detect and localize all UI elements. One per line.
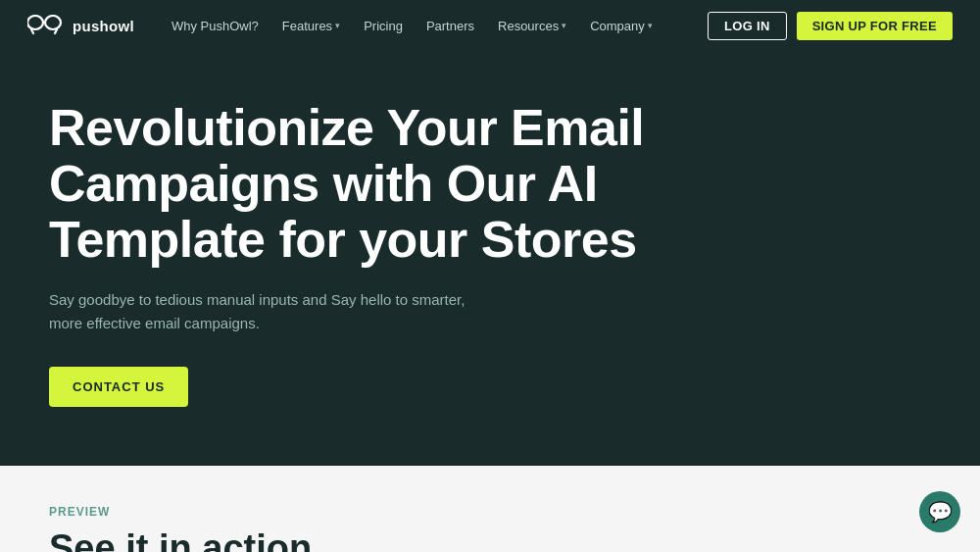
brand-name: pushowl <box>73 18 134 34</box>
nav-partners[interactable]: Partners <box>416 13 484 39</box>
nav-pricing[interactable]: Pricing <box>354 13 413 39</box>
preview-section: PREVIEW See it in action <box>0 466 980 552</box>
hero-title: Revolutionize Your Email Campaigns with … <box>49 100 715 269</box>
login-button[interactable]: LOG IN <box>708 12 787 40</box>
nav-features[interactable]: Features ▾ <box>272 13 350 39</box>
nav-company[interactable]: Company ▾ <box>580 13 662 39</box>
logo-icon <box>27 15 65 36</box>
hero-section: Revolutionize Your Email Campaigns with … <box>0 51 980 466</box>
nav-links: Why PushOwl? Features ▾ Pricing Partners… <box>162 13 708 39</box>
chat-icon: 💬 <box>928 502 953 522</box>
features-chevron-icon: ▾ <box>335 21 340 30</box>
logo[interactable]: pushowl <box>27 15 134 36</box>
signup-button[interactable]: SIGN UP FOR FREE <box>797 12 953 40</box>
svg-rect-1 <box>45 16 61 29</box>
resources-chevron-icon: ▾ <box>562 21 566 30</box>
chat-support-button[interactable]: 💬 <box>919 491 960 532</box>
navbar: pushowl Why PushOwl? Features ▾ Pricing … <box>0 0 980 51</box>
nav-why-pushowl[interactable]: Why PushOwl? <box>162 13 269 39</box>
preview-label: PREVIEW <box>49 505 931 519</box>
svg-rect-0 <box>27 16 43 29</box>
preview-heading: See it in action <box>49 528 931 552</box>
nav-resources[interactable]: Resources ▾ <box>488 13 576 39</box>
nav-actions: LOG IN SIGN UP FOR FREE <box>708 12 953 40</box>
contact-us-button[interactable]: CONTACT US <box>49 367 188 407</box>
hero-subtitle: Say goodbye to tedious manual inputs and… <box>49 288 480 335</box>
company-chevron-icon: ▾ <box>648 21 653 30</box>
